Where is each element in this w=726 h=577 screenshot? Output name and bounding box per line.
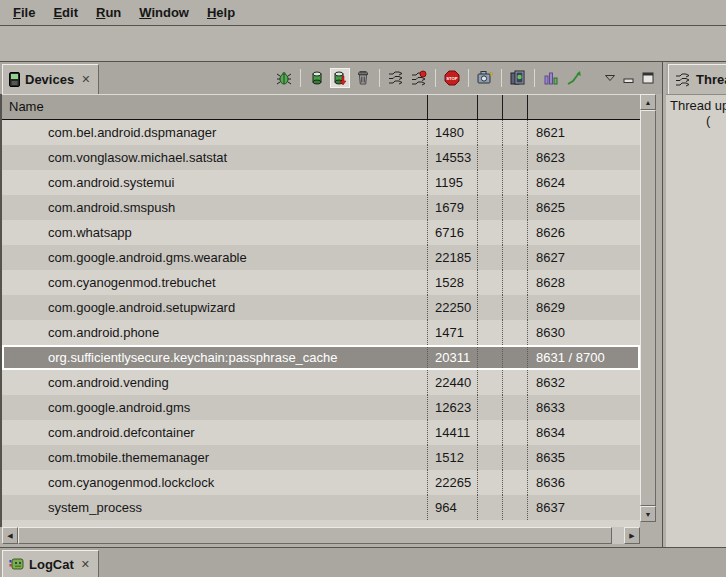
- table-row[interactable]: com.android.defcontainer144118634: [2, 420, 640, 445]
- column-header-1[interactable]: [428, 95, 478, 119]
- table-row[interactable]: com.cyanogenmod.lockclock222658636: [2, 470, 640, 495]
- devices-tab-label: Devices: [25, 72, 74, 87]
- device-name-cell: com.vonglasow.michael.satstat: [2, 145, 428, 170]
- empty-cell: [503, 145, 528, 170]
- empty-cell: [478, 445, 503, 470]
- tab-logcat[interactable]: LogCat ✕: [2, 550, 99, 577]
- tab-threads[interactable]: Threads: [668, 64, 726, 94]
- screen-capture-camera-icon[interactable]: [475, 68, 495, 88]
- pid-cell: 1679: [428, 195, 478, 220]
- tab-devices[interactable]: Devices ✕: [2, 64, 99, 94]
- update-threads-icon[interactable]: [386, 68, 406, 88]
- table-header[interactable]: Name: [2, 94, 640, 120]
- toolbar-separator: [435, 69, 436, 87]
- scroll-right-icon[interactable]: ▶: [624, 527, 640, 544]
- table-row[interactable]: com.android.smspush16798625: [2, 195, 640, 220]
- device-name-cell: org.sufficientlysecure.keychain:passphra…: [2, 345, 428, 370]
- port-cell: 8627: [528, 245, 640, 270]
- empty-cell: [503, 120, 528, 145]
- device-name-cell: com.android.defcontainer: [2, 420, 428, 445]
- pid-cell: 22265: [428, 470, 478, 495]
- logcat-icon: [9, 557, 24, 571]
- port-cell: 8623: [528, 145, 640, 170]
- device-name-cell: com.google.android.gms: [2, 395, 428, 420]
- column-header-4[interactable]: [528, 95, 640, 119]
- horizontal-scroll-thumb[interactable]: [18, 527, 612, 544]
- menu-help[interactable]: Help: [198, 2, 244, 23]
- empty-cell: [503, 445, 528, 470]
- empty-cell: [478, 495, 503, 520]
- dump-hprof-icon[interactable]: [330, 68, 350, 88]
- close-icon[interactable]: ✕: [79, 558, 90, 571]
- table-row[interactable]: com.google.android.setupwizard222508629: [2, 295, 640, 320]
- table-row[interactable]: com.bel.android.dspmanager14808621: [2, 120, 640, 145]
- scroll-down-icon[interactable]: ▼: [640, 506, 656, 522]
- ddms-window: FileEditRunWindowHelp Devices ✕ STOP Nam…: [0, 0, 726, 577]
- scroll-left-icon[interactable]: ◀: [2, 527, 18, 544]
- column-header-3[interactable]: [503, 95, 528, 119]
- debug-process-icon[interactable]: [274, 68, 294, 88]
- menu-edit[interactable]: Edit: [44, 2, 87, 23]
- empty-cell: [503, 270, 528, 295]
- toolbar-separator: [300, 69, 301, 87]
- device-name-cell: com.whatsapp: [2, 220, 428, 245]
- empty-cell: [478, 245, 503, 270]
- pid-cell: 12623: [428, 395, 478, 420]
- port-cell: 8626: [528, 220, 640, 245]
- devices-view-toolbar: STOP: [274, 62, 656, 94]
- empty-cell: [478, 420, 503, 445]
- method-profiling-icon[interactable]: [541, 68, 561, 88]
- menu-file[interactable]: File: [4, 2, 44, 23]
- menu-bar: FileEditRunWindowHelp: [0, 0, 726, 26]
- horizontal-scrollbar[interactable]: ◀ ▶: [2, 527, 640, 544]
- start-method-profiling-icon[interactable]: [564, 68, 584, 88]
- table-row[interactable]: com.android.phone14718630: [2, 320, 640, 345]
- table-row[interactable]: com.google.android.gms.wearable221858627: [2, 245, 640, 270]
- stop-process-icon[interactable]: STOP: [442, 68, 462, 88]
- port-cell: 8628: [528, 270, 640, 295]
- pid-cell: 22250: [428, 295, 478, 320]
- scroll-up-icon[interactable]: ▲: [640, 94, 656, 110]
- cause-gc-trash-icon[interactable]: [353, 68, 373, 88]
- device-name-cell: system_process: [2, 495, 428, 520]
- view-menu-icon[interactable]: [602, 70, 618, 86]
- toolbar-separator: [379, 69, 380, 87]
- empty-cell: [503, 420, 528, 445]
- table-row[interactable]: org.sufficientlysecure.keychain:passphra…: [2, 345, 640, 370]
- toolbar-separator: [501, 69, 502, 87]
- menu-window[interactable]: Window: [130, 2, 198, 23]
- empty-cell: [478, 345, 503, 370]
- menu-run[interactable]: Run: [87, 2, 130, 23]
- column-header-name[interactable]: Name: [2, 95, 428, 119]
- table-row[interactable]: system_process9648637: [2, 495, 640, 520]
- column-header-2[interactable]: [478, 95, 503, 119]
- bottom-tabbar: LogCat ✕: [0, 547, 726, 577]
- devices-panel: Devices ✕ STOP Name com.bel.android.dspm…: [0, 62, 662, 547]
- table-row[interactable]: com.android.vending224408632: [2, 370, 640, 395]
- minimize-icon[interactable]: [621, 70, 637, 86]
- close-icon[interactable]: ✕: [79, 73, 90, 86]
- vertical-scrollbar[interactable]: ▲ ▼: [640, 94, 656, 522]
- stop-thread-updates-icon[interactable]: [409, 68, 429, 88]
- vertical-scroll-thumb[interactable]: [640, 110, 656, 506]
- threads-panel: Threads Thread up (: [666, 62, 726, 547]
- table-row[interactable]: com.cyanogenmod.trebuchet15288628: [2, 270, 640, 295]
- empty-cell: [503, 345, 528, 370]
- device-name-cell: com.android.phone: [2, 320, 428, 345]
- update-heap-icon[interactable]: [307, 68, 327, 88]
- pid-cell: 6716: [428, 220, 478, 245]
- table-row[interactable]: com.whatsapp67168626: [2, 220, 640, 245]
- maximize-icon[interactable]: [640, 70, 656, 86]
- empty-cell: [478, 370, 503, 395]
- table-row[interactable]: com.android.systemui11958624: [2, 170, 640, 195]
- table-row[interactable]: com.tmobile.thememanager15128635: [2, 445, 640, 470]
- capture-multiple-screens-icon[interactable]: [508, 68, 528, 88]
- table-row[interactable]: com.vonglasow.michael.satstat145538623: [2, 145, 640, 170]
- phone-icon: [9, 72, 20, 87]
- pid-cell: 1480: [428, 120, 478, 145]
- table-body: com.bel.android.dspmanager14808621com.vo…: [2, 120, 640, 520]
- table-row[interactable]: com.google.android.gms126238633: [2, 395, 640, 420]
- main-toolbar: [0, 26, 726, 62]
- port-cell: 8635: [528, 445, 640, 470]
- svg-text:STOP: STOP: [446, 76, 458, 81]
